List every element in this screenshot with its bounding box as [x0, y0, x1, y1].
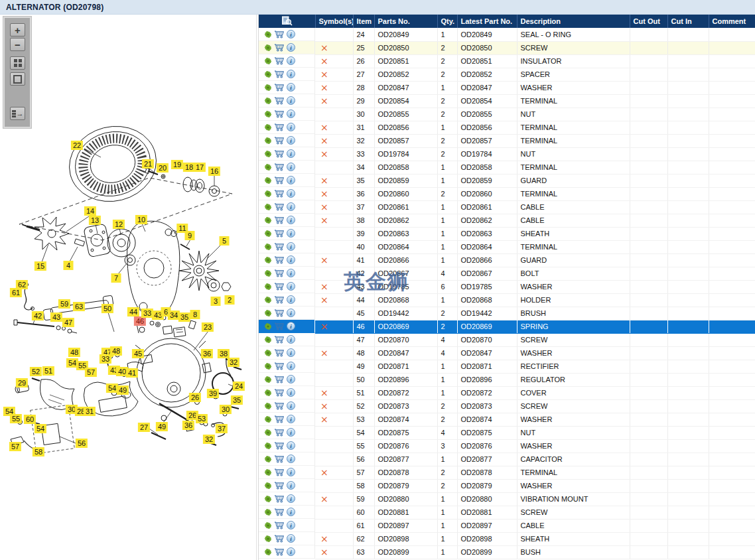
cart-icon[interactable]: [274, 136, 285, 145]
diagram-part-label[interactable]: 48: [68, 348, 80, 357]
gear-icon[interactable]: [264, 243, 272, 251]
cart-icon[interactable]: [274, 149, 285, 158]
diagram-part-label[interactable]: 22: [71, 141, 83, 150]
diagram-part-label[interactable]: 32: [228, 358, 240, 367]
info-icon[interactable]: i: [287, 322, 295, 330]
diagram-part-label[interactable]: 36: [182, 421, 194, 430]
table-row[interactable]: i × 36 OD20860 2 OD20860 TERMINAL: [259, 187, 755, 200]
cart-icon[interactable]: [274, 295, 285, 304]
gear-icon[interactable]: [264, 283, 272, 291]
table-row[interactable]: i × 59 OD20880 1 OD20880 VIBRATION MOUNT: [259, 492, 755, 506]
table-row[interactable]: i × 35 OD20859 1 OD20859 GUARD: [259, 174, 755, 187]
gear-icon[interactable]: [264, 442, 272, 450]
table-row[interactable]: i 45 OD19442 2 OD19442 BRUSH: [259, 307, 755, 320]
cart-icon[interactable]: [274, 202, 285, 211]
gear-icon[interactable]: [264, 44, 272, 52]
diagram-part-label[interactable]: 56: [76, 439, 88, 448]
gear-icon[interactable]: [264, 362, 272, 370]
table-row[interactable]: i 30 OD20855 2 OD20855 NUT: [259, 107, 755, 121]
toggle-panel-button[interactable]: →: [10, 107, 25, 120]
gear-icon[interactable]: [264, 522, 272, 529]
diagram-part-label[interactable]: 29: [16, 378, 28, 387]
table-row[interactable]: i 34 OD20858 1 OD20858 TERMINAL: [259, 161, 755, 174]
table-row[interactable]: i × 28 OD20847 1 OD20847 WASHER: [259, 81, 755, 94]
gear-icon[interactable]: [264, 163, 272, 171]
info-icon[interactable]: i: [287, 415, 295, 423]
info-icon[interactable]: i: [287, 30, 295, 38]
diagram-part-label[interactable]: 60: [24, 415, 36, 424]
thumbnail-view-button[interactable]: [10, 56, 25, 70]
cart-icon[interactable]: [274, 309, 285, 317]
zoom-in-button[interactable]: +: [10, 23, 25, 36]
diagram-part-label[interactable]: 35: [231, 395, 243, 405]
cart-icon[interactable]: [274, 348, 285, 357]
cart-icon[interactable]: [274, 441, 285, 450]
gear-icon[interactable]: [264, 415, 272, 423]
info-icon[interactable]: i: [287, 96, 295, 105]
gear-icon[interactable]: [264, 150, 272, 158]
info-icon[interactable]: i: [287, 494, 295, 503]
diagram-part-label[interactable]: 43: [50, 313, 62, 322]
info-icon[interactable]: i: [287, 362, 295, 370]
column-header-cut-out[interactable]: Cut Out: [630, 15, 667, 28]
info-icon[interactable]: i: [287, 43, 295, 52]
cart-icon[interactable]: [274, 547, 285, 556]
table-row[interactable]: i 60 OD20881 1 OD20881 SCREW: [259, 506, 755, 519]
gear-icon[interactable]: [264, 376, 272, 384]
cart-icon[interactable]: [274, 335, 285, 344]
table-row[interactable]: i × 33 OD19784 2 OD19784 NUT: [259, 147, 755, 161]
cart-icon[interactable]: [274, 123, 285, 131]
diagram-part-label[interactable]: 41: [126, 368, 138, 378]
column-header-cut-in[interactable]: Cut In: [667, 15, 709, 28]
table-row[interactable]: i × 32 OD20857 2 OD20857 TERMINAL: [259, 134, 755, 147]
gear-icon[interactable]: [264, 296, 272, 304]
gear-icon[interactable]: [264, 349, 272, 357]
diagram-part-label[interactable]: 37: [216, 424, 228, 433]
cart-icon[interactable]: [274, 242, 285, 251]
zoom-out-button[interactable]: −: [10, 38, 25, 51]
gear-icon[interactable]: [264, 216, 272, 224]
diagram-part-label[interactable]: 14: [84, 206, 96, 216]
diagram-part-label[interactable]: 50: [102, 304, 113, 313]
gear-icon[interactable]: [264, 535, 272, 543]
cart-icon[interactable]: [274, 70, 285, 78]
table-row[interactable]: i × 44 OD20868 1 OD20868 HOLDER: [259, 293, 755, 307]
gear-icon[interactable]: [264, 256, 272, 264]
gear-icon[interactable]: [264, 203, 272, 211]
diagram-part-label[interactable]: 35: [178, 313, 190, 322]
gear-icon[interactable]: [264, 176, 272, 184]
cart-icon[interactable]: [274, 455, 285, 463]
diagram-part-label[interactable]: 52: [30, 367, 42, 376]
diagram-part-label[interactable]: 61: [10, 288, 22, 297]
cart-icon[interactable]: [274, 176, 285, 184]
diagram-part-label[interactable]: 53: [196, 414, 208, 423]
info-icon[interactable]: i: [287, 547, 295, 556]
table-row[interactable]: i × 46 OD20869 2 OD20869 SPRING: [259, 320, 755, 333]
gear-icon[interactable]: [264, 322, 272, 330]
info-icon[interactable]: i: [287, 176, 295, 184]
diagram-part-label[interactable]: 49: [156, 422, 168, 431]
info-icon[interactable]: i: [287, 508, 295, 516]
diagram-part-label[interactable]: 33: [100, 354, 111, 364]
gear-icon[interactable]: [264, 389, 272, 397]
cart-icon[interactable]: [274, 109, 285, 118]
diagram-part-label[interactable]: 39: [207, 389, 219, 398]
gear-icon[interactable]: [264, 137, 272, 145]
cart-icon[interactable]: [274, 189, 285, 198]
cart-icon[interactable]: [274, 521, 285, 529]
diagram-part-label[interactable]: 63: [73, 302, 85, 311]
diagram-part-label[interactable]: 15: [34, 261, 46, 271]
diagram-part-label[interactable]: 42: [32, 311, 44, 320]
diagram-part-label[interactable]: 31: [84, 407, 96, 416]
cart-icon[interactable]: [274, 468, 285, 476]
diagram-part-label[interactable]: 36: [201, 349, 213, 358]
info-icon[interactable]: i: [287, 468, 295, 476]
table-row[interactable]: i × 29 OD20854 2 OD20854 TERMINAL: [259, 94, 755, 107]
diagram-part-label[interactable]: 32: [203, 435, 215, 444]
info-icon[interactable]: i: [287, 401, 295, 410]
info-icon[interactable]: i: [287, 136, 295, 145]
cart-icon[interactable]: [274, 481, 285, 490]
diagram-part-label[interactable]: 49: [117, 385, 129, 395]
cart-icon[interactable]: [274, 229, 285, 238]
info-icon[interactable]: i: [287, 216, 295, 224]
